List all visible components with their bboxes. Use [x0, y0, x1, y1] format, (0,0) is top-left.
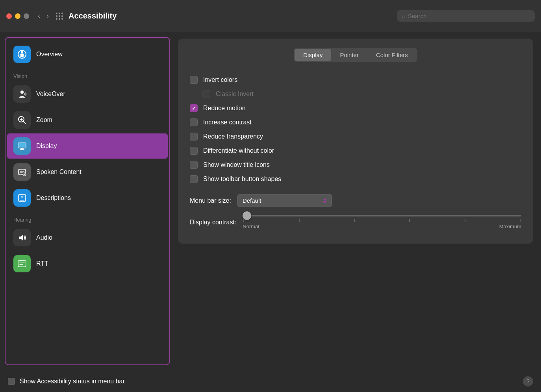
menu-bar-size-dropdown[interactable]: Default — [237, 194, 332, 207]
svg-rect-17 — [20, 149, 24, 150]
overview-icon — [13, 46, 31, 63]
display-contrast-slider-container: Normal Maximum — [243, 215, 521, 229]
invert-colors-label: Invert colors — [203, 76, 237, 83]
right-panel: Display Pointer Color Filters Invert col… — [170, 32, 541, 370]
tabs: Display Pointer Color Filters — [190, 48, 521, 62]
display-contrast-group: Display contrast: Normal — [190, 215, 521, 229]
sidebar-item-audio[interactable]: Audio — [7, 225, 168, 250]
sidebar: Overview Vision VoiceOver — [5, 37, 170, 365]
slider-normal-label: Normal — [243, 224, 259, 229]
svg-line-6 — [23, 55, 24, 57]
classic-invert-checkbox[interactable] — [202, 90, 210, 98]
reduce-motion-label: Reduce motion — [203, 105, 246, 112]
main-content: Overview Vision VoiceOver — [0, 32, 541, 370]
svg-rect-30 — [18, 261, 26, 267]
invert-colors-checkbox[interactable] — [190, 76, 198, 84]
reduce-motion-row: Reduce motion — [190, 101, 521, 115]
svg-point-8 — [24, 93, 26, 95]
sidebar-item-label-audio: Audio — [36, 234, 52, 241]
titlebar: ‹ › Accessibility ⌕ — [0, 0, 541, 32]
bottom-bar: Show Accessibility status in menu bar ? — [0, 370, 541, 392]
sidebar-item-label-overview: Overview — [36, 51, 63, 58]
show-toolbar-checkbox[interactable] — [190, 175, 198, 183]
slider-ticks — [243, 219, 521, 222]
display-contrast-label: Display contrast: — [190, 219, 236, 226]
sidebar-item-voiceover[interactable]: VoiceOver — [7, 81, 168, 107]
help-button[interactable]: ? — [523, 376, 533, 386]
panel-card: Display Pointer Color Filters Invert col… — [178, 39, 533, 244]
slider-maximum-label: Maximum — [499, 224, 521, 229]
differentiate-label: Differentiate without color — [203, 147, 274, 154]
svg-point-4 — [21, 51, 23, 53]
sidebar-item-label-spoken: Spoken Content — [36, 168, 82, 176]
menu-bar-size-value: Default — [243, 197, 261, 204]
search-icon: ⌕ — [402, 13, 405, 19]
svg-rect-15 — [19, 143, 26, 147]
differentiate-row: Differentiate without color — [190, 144, 521, 158]
forward-button[interactable]: › — [44, 10, 51, 22]
status-checkbox[interactable] — [8, 378, 15, 385]
svg-text:": " — [21, 196, 23, 200]
sidebar-item-label-rtt: RTT — [36, 260, 48, 267]
back-button[interactable]: ‹ — [35, 10, 43, 22]
maximize-button[interactable] — [24, 13, 29, 19]
descriptions-icon: " — [13, 189, 31, 207]
sidebar-item-label-descriptions: Descriptions — [36, 194, 71, 202]
increase-contrast-checkbox[interactable] — [190, 118, 198, 126]
nav-arrows: ‹ › — [35, 10, 51, 22]
increase-contrast-label: Increase contrast — [203, 119, 252, 126]
sidebar-item-overview[interactable]: Overview — [7, 42, 168, 67]
close-button[interactable] — [6, 13, 12, 19]
classic-invert-label: Classic Invert — [216, 91, 254, 98]
rtt-icon — [13, 255, 31, 272]
show-toolbar-row: Show toolbar button shapes — [190, 172, 521, 186]
tab-group: Display Pointer Color Filters — [294, 48, 417, 62]
differentiate-checkbox[interactable] — [190, 147, 198, 155]
menu-bar-size-group: Menu bar size: Default — [190, 194, 521, 207]
classic-invert-row: Classic Invert — [190, 87, 521, 101]
sidebar-item-spoken-content[interactable]: Spoken Content — [7, 159, 168, 185]
sidebar-item-label-display: Display — [36, 142, 57, 150]
dropdown-arrow-icon — [323, 198, 327, 203]
sidebar-item-descriptions[interactable]: " Descriptions — [7, 185, 168, 211]
svg-marker-27 — [19, 235, 23, 241]
sidebar-section-hearing: Hearing — [6, 211, 169, 224]
increase-contrast-row: Increase contrast — [190, 115, 521, 129]
spoken-content-icon — [13, 163, 31, 181]
sidebar-item-label-zoom: Zoom — [36, 116, 52, 124]
sidebar-section-vision: Vision — [6, 68, 169, 81]
sidebar-item-label-voiceover: VoiceOver — [36, 91, 65, 98]
show-toolbar-label: Show toolbar button shapes — [203, 176, 281, 183]
sidebar-item-zoom[interactable]: Zoom — [7, 107, 168, 133]
window-controls — [6, 13, 29, 19]
slider-track — [243, 215, 521, 216]
status-label: Show Accessibility status in menu bar — [20, 378, 125, 385]
tab-color-filters[interactable]: Color Filters — [367, 49, 417, 61]
search-input[interactable] — [408, 13, 530, 19]
reduce-transparency-checkbox[interactable] — [190, 133, 198, 141]
reduce-motion-checkbox[interactable] — [190, 104, 198, 112]
svg-point-7 — [20, 91, 24, 94]
show-window-row: Show window title icons — [190, 158, 521, 172]
menu-bar-size-label: Menu bar size: — [190, 197, 231, 204]
grid-icon[interactable] — [56, 13, 63, 20]
invert-colors-row: Invert colors — [190, 73, 521, 87]
search-box[interactable]: ⌕ — [397, 10, 535, 22]
reduce-transparency-label: Reduce transparency — [203, 133, 263, 140]
slider-labels: Normal Maximum — [243, 224, 521, 229]
display-icon — [13, 137, 31, 155]
svg-line-10 — [24, 122, 26, 124]
svg-rect-16 — [20, 148, 24, 149]
tab-display[interactable]: Display — [295, 49, 331, 61]
zoom-icon — [13, 111, 31, 129]
show-window-checkbox[interactable] — [190, 161, 198, 169]
voiceover-icon — [13, 85, 31, 103]
reduce-transparency-row: Reduce transparency — [190, 129, 521, 144]
audio-icon — [13, 229, 31, 246]
sidebar-item-rtt[interactable]: RTT — [7, 251, 168, 276]
tab-pointer[interactable]: Pointer — [331, 49, 367, 61]
window-title: Accessibility — [69, 11, 397, 20]
minimize-button[interactable] — [15, 13, 20, 19]
sidebar-item-display[interactable]: Display — [7, 133, 168, 159]
bottom-left: Show Accessibility status in menu bar — [8, 378, 125, 385]
